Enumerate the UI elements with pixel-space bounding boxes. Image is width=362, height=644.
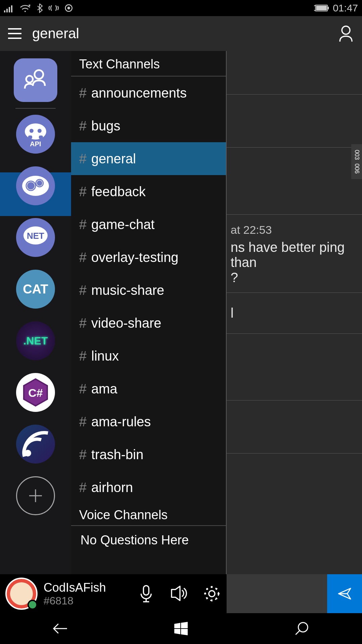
deafen-button[interactable] <box>170 584 188 603</box>
channel-announcements[interactable]: #announcements <box>71 76 226 109</box>
server-api[interactable]: API <box>16 115 55 154</box>
channel-game-chat[interactable]: #game-chat <box>71 208 226 241</box>
svg-point-16 <box>25 123 46 140</box>
server-gears[interactable] <box>16 166 55 205</box>
clock-label: 01:47 <box>333 2 358 14</box>
server-cat-label: CAT <box>23 282 48 297</box>
chat-area: at 22:53 ns have better ping than ? l <box>227 51 362 613</box>
hash-icon: # <box>79 118 86 133</box>
svg-text:C#: C# <box>28 386 43 399</box>
send-button[interactable] <box>327 574 362 613</box>
hash-icon: # <box>79 184 86 199</box>
server-dotnet-label: .NET <box>23 335 48 347</box>
svg-point-15 <box>26 76 33 83</box>
channel-ama[interactable]: #ama <box>71 372 226 405</box>
back-button[interactable] <box>50 619 70 639</box>
svg-point-23 <box>27 182 35 190</box>
input-area <box>227 574 362 613</box>
channel-linux[interactable]: #linux <box>71 339 226 372</box>
channel-trash-bin[interactable]: #trash-bin <box>71 438 226 471</box>
svg-point-38 <box>205 587 219 600</box>
add-server-button[interactable] <box>16 476 55 515</box>
status-online-icon <box>27 600 38 610</box>
user-info: CodIsAFish #6818 <box>44 581 106 607</box>
svg-marker-43 <box>181 629 188 635</box>
channel-label: music-share <box>91 283 164 298</box>
svg-line-45 <box>296 631 300 635</box>
status-left <box>4 3 73 13</box>
message-timestamp: at 22:53 <box>231 217 358 240</box>
channel-label: announcements <box>91 86 187 101</box>
text-channels-header[interactable]: Text Channels <box>71 51 226 76</box>
message-text: ns have better ping than ? <box>231 240 358 285</box>
side-badge-bottom: 006 <box>353 163 360 173</box>
side-badge: 003 006 <box>351 144 362 179</box>
avatar[interactable] <box>5 578 38 610</box>
svg-rect-2 <box>9 7 10 12</box>
svg-point-24 <box>37 180 42 186</box>
svg-point-6 <box>67 7 70 9</box>
voice-channel-no-questions-here[interactable]: No Questions Here <box>71 526 226 554</box>
svg-point-14 <box>35 70 43 79</box>
user-name: CodIsAFish <box>44 581 106 595</box>
app-header: general <box>0 16 362 51</box>
channel-label: game-chat <box>91 217 155 232</box>
app-body: API NET CAT .NET C# Text Channels #annou… <box>0 51 362 613</box>
svg-point-4 <box>24 11 26 12</box>
members-button[interactable] <box>337 24 355 43</box>
svg-rect-20 <box>39 136 43 139</box>
settings-button[interactable] <box>202 584 221 603</box>
softkeys <box>0 613 362 644</box>
hash-icon: # <box>79 348 86 364</box>
svg-marker-41 <box>181 622 188 628</box>
hash-icon: # <box>79 86 86 101</box>
channel-label: ama <box>91 381 117 396</box>
page-title: general <box>32 25 79 42</box>
channel-ama-rules[interactable]: #ama-rules <box>71 405 226 438</box>
svg-rect-34 <box>143 586 149 595</box>
voice-channels-header[interactable]: Voice Channels <box>71 504 226 526</box>
user-bar: CodIsAFish #6818 <box>0 574 227 613</box>
mute-button[interactable] <box>137 584 156 603</box>
server-rail: API NET CAT .NET C# <box>0 51 71 613</box>
hash-icon: # <box>79 250 86 265</box>
channel-bugs[interactable]: #bugs <box>71 109 226 142</box>
windows-button[interactable] <box>171 619 191 639</box>
server-rss[interactable] <box>16 425 55 464</box>
channel-feedback[interactable]: #feedback <box>71 175 226 208</box>
battery-icon <box>313 4 329 12</box>
svg-point-13 <box>342 26 350 34</box>
svg-rect-9 <box>327 7 329 9</box>
server-csharp[interactable]: C# <box>16 373 55 412</box>
channel-label: ama-rules <box>91 414 151 429</box>
channel-label: video-share <box>91 316 161 331</box>
search-button[interactable] <box>292 619 312 639</box>
message-input[interactable] <box>227 574 327 613</box>
channel-general[interactable]: #general <box>71 142 226 175</box>
bluetooth-icon <box>36 3 43 13</box>
server-net[interactable]: NET <box>16 218 55 257</box>
svg-point-18 <box>38 129 42 133</box>
svg-point-37 <box>209 591 215 597</box>
home-button[interactable] <box>14 58 57 102</box>
channel-airhorn[interactable]: #airhorn <box>71 471 226 504</box>
svg-text:API: API <box>30 140 41 148</box>
channel-video-share[interactable]: #video-share <box>71 307 226 339</box>
channel-label: overlay-testing <box>91 250 178 265</box>
channel-label: general <box>91 151 136 166</box>
server-dotnet[interactable]: .NET <box>16 321 55 360</box>
channel-label: linux <box>91 348 119 364</box>
status-bar: 01:47 <box>0 0 362 16</box>
wifi-icon <box>19 3 31 13</box>
user-tag: #6818 <box>44 595 106 607</box>
svg-point-17 <box>29 129 34 133</box>
channel-music-share[interactable]: #music-share <box>71 274 226 307</box>
channel-overlay-testing[interactable]: #overlay-testing <box>71 241 226 274</box>
channel-list: Text Channels #announcements#bugs#genera… <box>71 51 227 613</box>
hash-icon: # <box>79 480 86 495</box>
svg-rect-0 <box>4 10 5 12</box>
server-cat[interactable]: CAT <box>16 270 55 309</box>
menu-button[interactable] <box>7 25 23 42</box>
location-icon <box>64 4 73 12</box>
hash-icon: # <box>79 414 86 429</box>
